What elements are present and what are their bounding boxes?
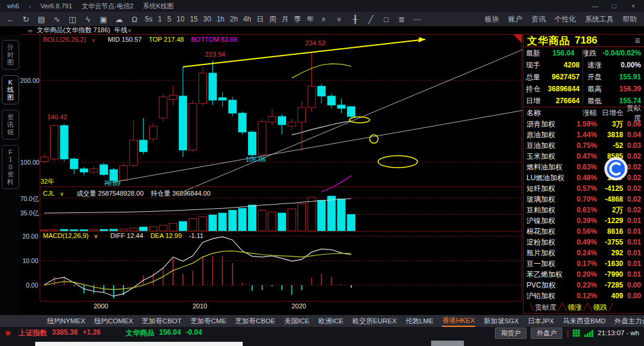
alert-bell-icon[interactable]: Ω — [129, 15, 140, 24]
table-row[interactable]: 瓶片加权0.24%2920.01 — [524, 248, 644, 258]
period-button-10[interactable]: 10 — [177, 15, 184, 23]
table-row[interactable]: 豆一加权0.17%-16300.01 — [524, 258, 644, 269]
period-button-季[interactable]: 季 — [294, 14, 301, 24]
contribution: 0.01 — [623, 238, 641, 246]
crosshair-icon[interactable]: ╂ — [350, 15, 360, 24]
exchange-tab-伦敦LME[interactable]: 伦敦LME — [405, 316, 434, 326]
table-row[interactable]: 沥青加权1.59%3万0.06 — [524, 119, 644, 129]
period-button-2h[interactable]: 2h — [230, 15, 238, 23]
chart-window-icon[interactable]: ▣ — [98, 15, 109, 24]
exchange-tab-香港HKEX[interactable]: 香港HKEX — [442, 315, 475, 327]
candle-body — [120, 165, 128, 180]
col-header-name[interactable]: 名称 — [527, 108, 573, 118]
sh-index-quote[interactable]: 上证指数3385.36+1.26 — [18, 328, 101, 338]
sidebar-tab-K线图[interactable]: K线图 — [2, 75, 19, 105]
exchange-tab-美国ICE[interactable]: 美国ICE — [284, 316, 310, 326]
period-button-1[interactable]: 1 — [158, 15, 162, 23]
list-icon[interactable]: ≣ — [634, 36, 640, 45]
sidebar-tab-分时图[interactable]: 分时图 — [2, 40, 19, 70]
period-button-4h[interactable]: 4h — [243, 15, 251, 23]
candlestick-icon[interactable]: ◫ — [67, 15, 78, 24]
trend-chart-icon[interactable]: ∿ — [52, 15, 62, 24]
change-percent: 0.39% — [573, 217, 597, 225]
kline-chart-canvas[interactable] — [21, 34, 525, 315]
boll-indicator-header[interactable]: BOLL(26,26,2)∨ MID 150.57 TOP 217.48 BOT… — [43, 36, 243, 43]
indicator-icon[interactable]: ϟ — [83, 15, 93, 24]
table-row[interactable]: 沪铅加权0.12%4090.00 — [524, 291, 644, 301]
menu-板块[interactable]: 板块 — [485, 14, 499, 24]
exchange-tab-马来西亚BMD[interactable]: 马来西亚BMD — [562, 316, 606, 326]
sidebar-tab-F10资料[interactable]: F10资料 — [2, 145, 19, 190]
table-row[interactable]: 沪镍加权0.39%-12290.01 — [524, 215, 644, 226]
table-row[interactable]: 豆油加权0.75%-520.03 — [524, 140, 644, 151]
footer-tab-领涨[interactable]: 领涨 — [568, 302, 582, 313]
footer-tab-领跌[interactable]: 领跌 — [593, 302, 607, 313]
exchange-tab-芝加哥CBOT[interactable]: 芝加哥CBOT — [141, 316, 182, 326]
contract-name: 原油加权 — [527, 130, 573, 140]
period-selector[interactable]: 年线∨ — [114, 26, 132, 35]
period-button-5s[interactable]: 5s — [145, 15, 153, 23]
exchange-tab-纽约NYMEX[interactable]: 纽约NYMEX — [47, 316, 86, 326]
link-icon[interactable]: ∞ — [28, 27, 33, 34]
period-button-5[interactable]: 5 — [167, 15, 171, 23]
menu-帮助[interactable]: 帮助 — [623, 14, 637, 24]
period-button-年[interactable]: 年 — [306, 14, 314, 24]
menu-资讯[interactable]: 资讯 — [531, 14, 546, 24]
symbol-name[interactable]: 文华商品(文华指数 7186) — [37, 26, 110, 35]
col-header-oi[interactable]: 日增仓 — [597, 108, 623, 118]
candle-body — [268, 116, 276, 122]
quote-row: 持仓36896844最高156.39 — [524, 83, 644, 95]
oi-change: -4868 — [597, 195, 623, 203]
table-row[interactable]: 豆粕加权0.61%2万0.02 — [524, 205, 644, 215]
period-button-30[interactable]: 30 — [203, 15, 211, 23]
exchange-tab-芝加哥CBOE[interactable]: 芝加哥CBOE — [235, 316, 276, 326]
col-header-change[interactable]: 涨幅 — [573, 108, 597, 118]
external-account-button[interactable]: 外盘户 — [531, 328, 562, 339]
refresh-icon[interactable]: ↻ — [21, 15, 31, 24]
table-row[interactable]: PVC加权0.23%-72850.00 — [524, 280, 644, 291]
draw-line-icon[interactable]: ╱ — [366, 15, 376, 24]
macd-indicator-header[interactable]: MACD(12,26,9)∨ DIFF 12.44 DEA 12.99 -1.1… — [43, 232, 209, 239]
more-icon[interactable]: ⋯ — [412, 15, 422, 24]
menu-账户[interactable]: 账户 — [508, 14, 522, 24]
back-icon[interactable]: ← — [5, 15, 16, 24]
cloud-download-icon[interactable]: ☁ — [114, 15, 124, 24]
candle-body — [80, 169, 88, 172]
draw-rect-icon[interactable]: □ — [381, 15, 391, 24]
toolbar-icons-left: ←↻▤∿◫ϟ▣☁Ω — [0, 15, 140, 24]
table-row[interactable]: 淀粉加权0.49%-37550.01 — [524, 237, 644, 248]
layout-icon[interactable]: ≣ — [397, 15, 407, 24]
exchange-tab-欧交所EUREX[interactable]: 欧交所EUREX — [352, 316, 397, 326]
quote-list-icon[interactable]: ▤ — [36, 15, 47, 24]
minimize-icon[interactable]: — — [586, 0, 605, 12]
table-row[interactable]: 棉花加权0.56%86160.01 — [524, 226, 644, 237]
change-percent: 0.48% — [573, 174, 597, 182]
table-row[interactable]: 玻璃加权0.70%-48680.02 — [524, 194, 644, 205]
expand-down-icon[interactable]: » — [335, 14, 344, 24]
period-button-周[interactable]: 周 — [269, 14, 276, 24]
contract-name: 棉花加权 — [527, 227, 573, 237]
table-row[interactable]: 短纤加权0.57%-41250.02 — [524, 183, 644, 194]
menu-系统工具[interactable]: 系统工具 — [585, 14, 614, 24]
maximize-icon[interactable]: □ — [605, 0, 624, 12]
footer-tab-贡献度[interactable]: 贡献度 — [535, 302, 556, 313]
exchange-tab-日本JPX[interactable]: 日本JPX — [527, 316, 555, 326]
exchange-tab-纽约COMEX[interactable]: 纽约COMEX — [94, 316, 134, 326]
exchange-tab-欧洲ICE[interactable]: 欧洲ICE — [318, 316, 344, 326]
period-button-1h[interactable]: 1h — [216, 15, 224, 23]
table-row[interactable]: 苯乙烯加权0.20%-79900.01 — [524, 269, 644, 280]
exchange-tab-外盘主力合约[interactable]: 外盘主力合约 — [614, 316, 644, 326]
wenhua-index-quote[interactable]: 文华商品156.04-0.04 — [126, 328, 202, 338]
futures-account-button[interactable]: 期货户 — [495, 328, 527, 339]
period-button-15[interactable]: 15 — [190, 15, 197, 23]
close-icon[interactable]: × — [624, 0, 643, 12]
exchange-tab-新加坡SGX[interactable]: 新加坡SGX — [483, 316, 519, 326]
collapse-up-icon[interactable]: « — [320, 14, 329, 24]
volume-indicator-header[interactable]: CJL∨ 成交量 2587548928.00 持仓量 36896844.00 — [43, 189, 216, 198]
table-row[interactable]: 原油加权1.44%38180.04 — [524, 129, 644, 140]
period-button-月[interactable]: 月 — [281, 14, 289, 24]
menu-个性化[interactable]: 个性化 — [555, 14, 576, 24]
exchange-tab-芝加哥CME[interactable]: 芝加哥CME — [190, 316, 227, 326]
period-button-日[interactable]: 日 — [256, 14, 264, 24]
sidebar-tab-资讯链[interactable]: 资讯链 — [2, 110, 19, 140]
